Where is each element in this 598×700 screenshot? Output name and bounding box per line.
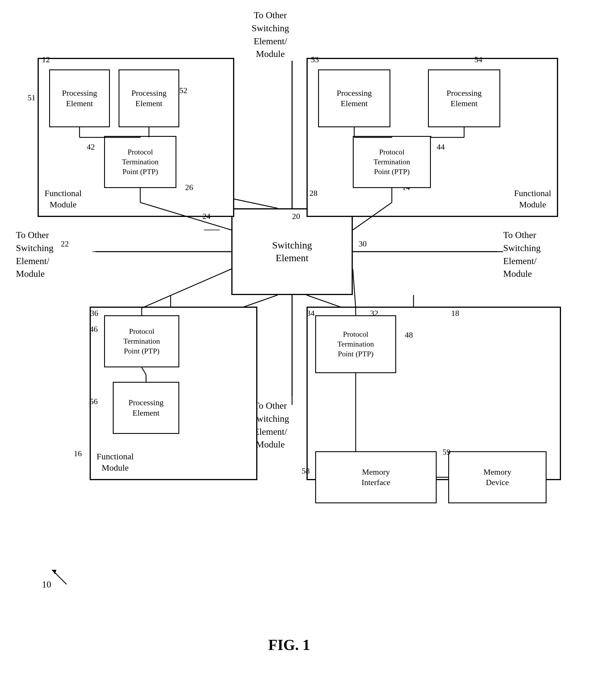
ref-46: 46: [89, 324, 98, 334]
memory-interface-box: MemoryInterface: [315, 451, 437, 503]
memory-device-box: MemoryDevice: [448, 451, 547, 503]
svg-line-55: [52, 570, 67, 584]
ref-51: 51: [27, 93, 35, 103]
ref-42: 42: [87, 142, 95, 152]
ref-24: 24: [202, 211, 210, 222]
ref-48: 48: [405, 330, 413, 340]
ref10-arrow: [49, 564, 78, 587]
svg-marker-56: [52, 570, 56, 574]
fm16-label: FunctionalModule: [97, 451, 134, 473]
ref-56: 56: [89, 396, 98, 407]
ptp48-box: ProtocolTerminationPoint (PTP): [315, 315, 396, 373]
ref-36: 36: [90, 308, 98, 319]
ptp46-box: ProtocolTerminationPoint (PTP): [104, 315, 179, 367]
svg-line-42: [353, 269, 356, 308]
diagram-container: To OtherSwitchingElement/Module To Other…: [0, 0, 598, 700]
ref-30: 30: [359, 239, 367, 249]
top-switching-label: To OtherSwitchingElement/Module: [252, 9, 289, 60]
ref-20: 20: [292, 211, 300, 222]
ref-52: 52: [179, 85, 187, 96]
ref-53: 53: [311, 54, 319, 65]
ref-18: 18: [451, 308, 459, 319]
ref-22: 22: [61, 239, 69, 249]
ref-59: 59: [442, 447, 450, 457]
figure-label: FIG. 1: [202, 636, 376, 653]
pe-fm14-right: ProcessingElement: [428, 69, 500, 127]
left-switching-label: To OtherSwitchingElement/Module: [16, 228, 53, 280]
pe-fm16: ProcessingElement: [113, 382, 179, 434]
ref-54: 54: [474, 54, 482, 65]
ptp42-box: ProtocolTerminationPoint (PTP): [104, 136, 176, 188]
ref-26: 26: [185, 182, 193, 193]
ref-58: 58: [302, 466, 310, 476]
pe-fm12-left: ProcessingElement: [49, 69, 110, 127]
ref-16: 16: [74, 448, 82, 459]
fm14-label: FunctionalModule: [514, 188, 551, 210]
fm12-label: FunctionalModule: [45, 188, 82, 210]
pe-fm12-right: ProcessingElement: [119, 69, 179, 127]
right-switching-label: To OtherSwitchingElement/Module: [503, 228, 541, 280]
svg-line-40: [142, 269, 231, 308]
ptp44-box: ProtocolTerminationPoint (PTP): [353, 136, 431, 188]
pe-fm14-left: ProcessingElement: [318, 69, 390, 127]
ref-44: 44: [437, 142, 445, 152]
ref-34: 34: [307, 308, 315, 319]
ref-28: 28: [309, 188, 317, 198]
ref-12: 12: [42, 54, 50, 65]
ref-10: 10: [42, 578, 51, 591]
